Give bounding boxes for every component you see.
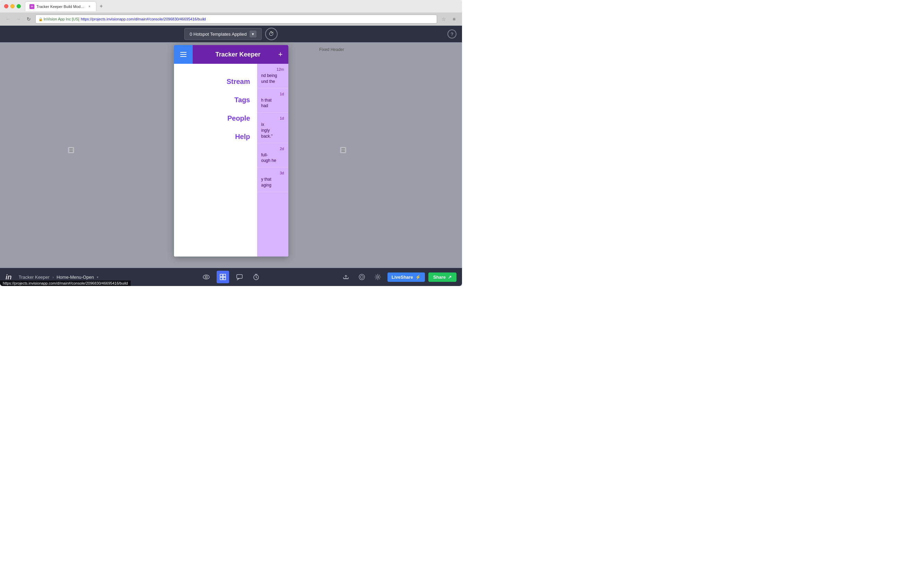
chat-icon xyxy=(236,274,243,280)
bottom-right-tools: LiveShare ⚡ Share ↗ xyxy=(340,271,457,283)
app-title: Tracker Keeper xyxy=(193,51,284,58)
share-icon: ↗ xyxy=(448,275,452,280)
preview-tool-button[interactable] xyxy=(200,271,213,283)
left-resize-icon xyxy=(68,147,74,153)
menu-overlay: Stream Tags People Help 12m nd beingund … xyxy=(174,64,288,256)
breadcrumb-separator-1: › xyxy=(52,275,54,280)
build-tool-button[interactable] xyxy=(217,271,229,283)
feed-time-4: 2d xyxy=(261,147,284,151)
close-button[interactable] xyxy=(4,4,8,8)
feed-time-3: 1d xyxy=(261,116,284,120)
address-input[interactable]: 🔒 InVision App Inc [US] https://projects… xyxy=(35,14,437,23)
status-bar-url: https://projects.invisionapp.com/d/main#… xyxy=(0,280,130,286)
hamburger-icon xyxy=(180,52,186,57)
bottom-center-tools xyxy=(200,271,262,283)
feed-content: 12m nd beingund the 1d h thathad 1d ixin… xyxy=(257,64,288,256)
hotspot-label: 0 Hotspot Templates Applied xyxy=(189,31,247,37)
liveshare-button[interactable]: LiveShare ⚡ xyxy=(387,272,425,282)
tab-title: Tracker Keeper Build Mode... xyxy=(36,5,85,9)
canvas-area: Fixed Header Tracker Keeper + xyxy=(0,42,462,268)
invision-toolbar: 0 Hotspot Templates Applied ▼ ⏱ ? xyxy=(0,26,462,42)
timer-icon: ⏱ xyxy=(269,31,274,37)
timer-button[interactable]: ⏱ xyxy=(265,28,278,40)
new-tab-button[interactable]: + xyxy=(96,2,106,11)
feed-text-4: full-ough he xyxy=(261,152,284,164)
breadcrumb-app: Tracker Keeper xyxy=(19,275,50,280)
svg-rect-4 xyxy=(220,277,222,280)
help-button[interactable]: ? xyxy=(447,30,457,39)
tab-close-button[interactable]: × xyxy=(87,4,92,9)
svg-point-9 xyxy=(359,274,365,280)
browser-window: in Tracker Keeper Build Mode... × + ← → … xyxy=(0,0,462,286)
active-tab[interactable]: in Tracker Keeper Build Mode... × xyxy=(25,2,96,11)
app-add-button[interactable]: + xyxy=(278,50,283,59)
menu-item-stream[interactable]: Stream xyxy=(174,74,257,89)
forward-button[interactable]: → xyxy=(14,15,22,23)
feed-item-5: 3d y thataging xyxy=(257,168,288,192)
history-tool-button[interactable] xyxy=(250,271,262,283)
title-bar: in Tracker Keeper Build Mode... × + xyxy=(0,0,462,12)
bookmark-star-icon[interactable]: ☆ xyxy=(440,15,447,23)
slide-menu: Stream Tags People Help xyxy=(174,64,257,256)
upload-button[interactable] xyxy=(340,271,352,283)
svg-rect-3 xyxy=(223,274,226,277)
select-icon xyxy=(219,274,226,280)
app-menu-button[interactable] xyxy=(174,45,193,64)
feed-item-2: 1d h thathad xyxy=(257,89,288,113)
feed-text-2: h thathad xyxy=(261,97,284,109)
feed-item-4: 2d full-ough he xyxy=(257,143,288,168)
help-icon: ? xyxy=(450,31,453,37)
share-button[interactable]: Share ↗ xyxy=(429,272,457,282)
left-resize-handle[interactable] xyxy=(68,49,75,251)
menu-item-people[interactable]: People xyxy=(174,111,257,126)
screens-icon xyxy=(359,274,365,280)
liveshare-icon: ⚡ xyxy=(415,275,421,280)
back-button[interactable]: ← xyxy=(4,15,12,23)
traffic-lights xyxy=(4,4,21,8)
secure-indicator: 🔒 InVision App Inc [US] xyxy=(39,17,79,21)
svg-point-0 xyxy=(203,275,209,279)
feed-text-3: ixinglyback." xyxy=(261,122,284,139)
feed-item-1: 12m nd beingund the xyxy=(257,64,288,89)
minimize-button[interactable] xyxy=(10,4,14,8)
device-frame: Tracker Keeper + Stream Tags People Help… xyxy=(174,45,288,256)
svg-rect-2 xyxy=(220,274,222,277)
maximize-button[interactable] xyxy=(17,4,21,8)
eye-icon xyxy=(203,274,210,280)
right-resize-handle[interactable] xyxy=(340,49,346,251)
svg-rect-5 xyxy=(223,277,226,280)
bottom-bar: in Tracker Keeper › Home-Menu-Open ▾ xyxy=(0,268,462,286)
svg-rect-6 xyxy=(237,275,242,278)
fixed-header-label: Fixed Header xyxy=(319,47,344,52)
screens-button[interactable] xyxy=(356,271,368,283)
menu-item-help[interactable]: Help xyxy=(174,129,257,144)
tab-bar: in Tracker Keeper Build Mode... × + xyxy=(25,2,458,11)
svg-point-1 xyxy=(205,276,207,278)
browser-menu-icon[interactable]: ≡ xyxy=(450,15,458,23)
breadcrumb-dropdown-arrow[interactable]: ▾ xyxy=(97,275,98,279)
settings-button[interactable] xyxy=(371,271,384,283)
feed-time-5: 3d xyxy=(261,171,284,175)
breadcrumb: Tracker Keeper › Home-Menu-Open ▾ xyxy=(19,275,98,280)
hotspot-templates-button[interactable]: 0 Hotspot Templates Applied ▼ xyxy=(185,28,262,40)
hotspot-dropdown-icon[interactable]: ▼ xyxy=(250,31,256,37)
breadcrumb-screen: Home-Menu-Open xyxy=(56,275,94,280)
feed-item-3: 1d ixinglyback." xyxy=(257,113,288,143)
right-resize-icon xyxy=(340,147,346,153)
feed-time-1: 12m xyxy=(261,67,284,72)
address-bar: ← → ↻ 🔒 InVision App Inc [US] https://pr… xyxy=(0,12,462,26)
svg-point-10 xyxy=(360,276,363,278)
tab-favicon: in xyxy=(30,4,34,9)
feed-time-2: 1d xyxy=(261,92,284,96)
upload-icon xyxy=(342,274,349,280)
menu-item-tags[interactable]: Tags xyxy=(174,93,257,107)
invision-logo: in xyxy=(6,273,12,281)
liveshare-label: LiveShare xyxy=(391,275,413,280)
feed-text-5: y thataging xyxy=(261,176,284,188)
feed-text-1: nd beingund the xyxy=(261,73,284,85)
refresh-button[interactable]: ↻ xyxy=(25,15,33,23)
comment-tool-button[interactable] xyxy=(233,271,246,283)
address-url: https://projects.invisionapp.com/d/main#… xyxy=(81,17,206,21)
app-header: Tracker Keeper + xyxy=(174,45,288,64)
svg-point-11 xyxy=(377,276,379,278)
